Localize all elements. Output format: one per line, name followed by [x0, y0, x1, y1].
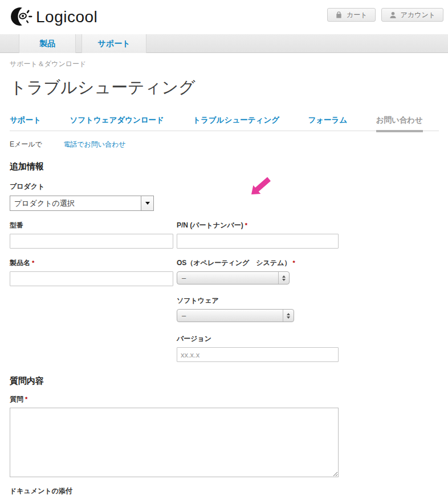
section-additional-info: 追加情報 [10, 161, 438, 172]
logo-wordmark: Logicool [36, 8, 97, 26]
os-select-value: – [177, 274, 278, 282]
required-asterisk: * [25, 396, 27, 403]
section-question: 質問内容 [10, 376, 438, 387]
software-select-stepper[interactable] [283, 310, 294, 322]
tab-contact[interactable]: お問い合わせ [376, 115, 423, 131]
main-nav: 製品 サポート [0, 34, 448, 53]
software-select-value: – [177, 311, 283, 320]
software-select[interactable]: – [177, 309, 294, 322]
product-select-value: プロダクトの選択 [10, 198, 141, 209]
os-select[interactable]: – [177, 271, 290, 284]
required-asterisk: * [32, 259, 34, 266]
product-select[interactable]: プロダクトの選択 [10, 196, 154, 211]
arrow-down-icon [287, 316, 290, 319]
os-select-stepper[interactable] [278, 272, 289, 284]
model-label: 型番 [10, 221, 173, 230]
site-header: Logicool カート アカウント [0, 0, 448, 34]
arrow-up-icon [282, 275, 286, 278]
product-name-label: 製品名 [10, 259, 30, 267]
tab-software-download[interactable]: ソフトウェアダウンロード [70, 115, 164, 131]
logicool-logo-icon [9, 5, 32, 28]
page-title: トラブルシューティング [10, 76, 448, 99]
product-select-arrow-button[interactable] [141, 196, 153, 210]
contact-email-label: Eメールで [10, 140, 42, 148]
cart-icon [335, 11, 343, 19]
product-name-input[interactable] [10, 271, 173, 286]
part-number-label: P/N (パートナンバー) [177, 221, 243, 229]
software-label: ソフトウェア [177, 296, 339, 306]
account-icon [389, 11, 397, 19]
question-textarea[interactable] [10, 408, 339, 477]
version-input[interactable] [177, 347, 339, 362]
product-label: プロダクト [10, 182, 438, 192]
arrow-up-icon [287, 313, 290, 315]
required-asterisk: * [245, 222, 247, 229]
contact-form: 追加情報 プロダクト プロダクトの選択 型番 P/N (パートナンバー)* 製品… [0, 161, 448, 500]
part-number-input[interactable] [177, 234, 339, 249]
contact-phone-link[interactable]: 電話でお問い合わせ [63, 140, 125, 148]
account-button-label: アカウント [401, 10, 435, 20]
cart-button[interactable]: カート [327, 8, 376, 22]
tab-forum[interactable]: フォーラム [308, 115, 347, 131]
version-label: バージョン [177, 334, 339, 344]
os-label: OS（オペレーティング システム） [177, 259, 291, 267]
attachment-label: ドキュメントの添付 [10, 486, 438, 496]
logicool-logo[interactable]: Logicool [9, 5, 97, 28]
tab-support[interactable]: サポート [10, 115, 41, 131]
account-button[interactable]: アカウント [381, 8, 443, 22]
tab-troubleshooting[interactable]: トラブルシューティング [193, 115, 279, 131]
required-asterisk: * [292, 259, 295, 266]
chevron-down-icon [145, 202, 150, 205]
section-tabs: サポート ソフトウェアダウンロード トラブルシューティング フォーラム お問い合… [10, 115, 439, 131]
model-input[interactable] [10, 234, 173, 249]
breadcrumb[interactable]: サポート＆ダウンロード [10, 59, 448, 69]
arrow-down-icon [282, 279, 286, 281]
mainnav-tab-products[interactable]: 製品 [19, 34, 76, 53]
cart-button-label: カート [347, 10, 368, 20]
question-label: 質問 [10, 395, 23, 403]
contact-options: Eメールで 電話でお問い合わせ [10, 140, 448, 149]
mainnav-tab-support[interactable]: サポート [82, 34, 146, 53]
